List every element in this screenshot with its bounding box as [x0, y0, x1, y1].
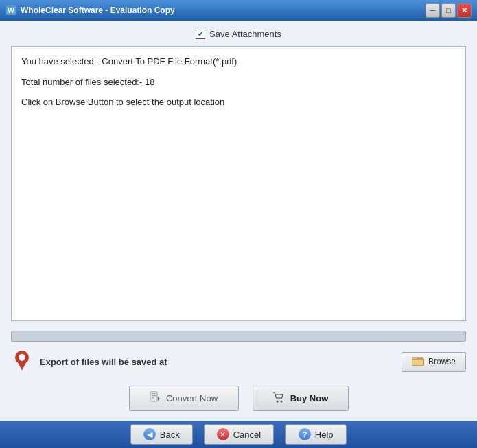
window-controls: ─ □ ✕ [426, 3, 472, 18]
convert-doc-icon [150, 391, 161, 405]
location-pin-icon [11, 349, 33, 375]
footer-bar: ◀ Back ✕ Cancel ? Help [0, 421, 477, 448]
save-attachments-row: ✔ Save Attachments [11, 29, 466, 39]
cart-icon [272, 392, 285, 405]
info-area: You have selected:- Convert To PDF File … [11, 46, 466, 321]
svg-marker-12 [158, 397, 160, 401]
back-icon: ◀ [143, 428, 156, 440]
save-attachments-label: Save Attachments [209, 29, 281, 39]
svg-point-14 [280, 401, 282, 403]
browse-button[interactable]: Browse [402, 352, 466, 372]
minimize-button[interactable]: ─ [426, 3, 440, 18]
export-label: Export of files will be saved at [40, 357, 395, 367]
info-line-2: Total number of files selected:- 18 [21, 75, 456, 89]
svg-point-13 [276, 401, 278, 403]
svg-rect-7 [412, 359, 423, 366]
svg-rect-9 [152, 393, 156, 394]
window-title: WholeClear Software - Evaluation Copy [21, 5, 426, 15]
buy-now-label: Buy Now [290, 393, 329, 403]
help-label: Help [315, 429, 334, 440]
cancel-label: Cancel [233, 429, 261, 440]
title-bar: W WholeClear Software - Evaluation Copy … [0, 0, 477, 21]
svg-rect-11 [152, 397, 154, 399]
back-button[interactable]: ◀ Back [130, 424, 193, 445]
help-icon: ? [299, 428, 311, 440]
back-label: Back [160, 429, 180, 440]
close-button[interactable]: ✕ [457, 3, 472, 18]
action-buttons: Convert Now Buy Now [11, 386, 466, 411]
export-row: Export of files will be saved at Browse [11, 349, 466, 375]
maximize-button[interactable]: □ [441, 3, 456, 18]
progress-section [11, 331, 466, 342]
svg-text:W: W [8, 7, 14, 14]
help-button[interactable]: ? Help [285, 424, 347, 445]
svg-point-4 [19, 354, 25, 361]
info-line-1: You have selected:- Convert To PDF File … [21, 55, 456, 69]
convert-now-label: Convert Now [166, 393, 218, 403]
folder-icon [412, 356, 424, 368]
svg-marker-3 [17, 361, 27, 370]
svg-rect-10 [152, 395, 156, 397]
browse-label: Browse [428, 357, 456, 366]
app-icon: W [5, 5, 16, 16]
info-line-3: Click on Browse Button to select the out… [21, 95, 456, 109]
save-attachments-checkbox[interactable]: ✔ [196, 30, 205, 39]
buy-now-button[interactable]: Buy Now [253, 386, 349, 411]
cancel-button[interactable]: ✕ Cancel [204, 424, 274, 445]
window-body: ✔ Save Attachments You have selected:- C… [0, 21, 477, 448]
cancel-icon: ✕ [217, 428, 229, 440]
convert-now-button[interactable]: Convert Now [129, 386, 239, 411]
progress-bar-track [11, 331, 466, 342]
